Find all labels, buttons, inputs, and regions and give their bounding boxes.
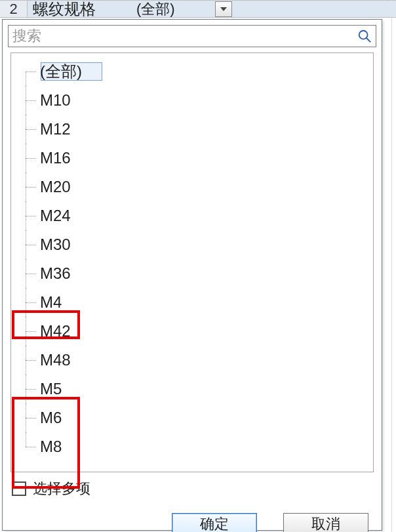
tree-item-m42[interactable]: M42	[18, 317, 370, 346]
tree-item-label: M36	[40, 264, 71, 283]
multi-select-row: 选择多项	[3, 472, 382, 501]
search-icon[interactable]	[357, 29, 372, 43]
tree-item-label: M5	[40, 380, 62, 398]
filter-field-cell[interactable]: 螺纹规格 (全部)	[28, 1, 396, 17]
tree-item-label: M20	[40, 178, 71, 196]
cancel-button[interactable]: 取消	[283, 513, 368, 532]
ok-button[interactable]: 确定	[172, 513, 257, 532]
tree-item-m48[interactable]: M48	[18, 346, 370, 375]
multi-select-checkbox[interactable]	[12, 481, 26, 496]
tree-item-m10[interactable]: M10	[18, 86, 370, 115]
tree-item-label: M10	[40, 91, 71, 110]
tree-item-m30[interactable]: M30	[18, 230, 370, 259]
multi-select-label: 选择多项	[33, 479, 90, 499]
tree-item-label: M42	[40, 322, 71, 340]
spreadsheet-gridline	[391, 0, 392, 532]
tree-item-m36[interactable]: M36	[18, 259, 370, 288]
dropdown-toggle-button[interactable]	[215, 1, 232, 17]
tree-item-label: M12	[40, 120, 71, 138]
tree-item-m4[interactable]: M4	[18, 288, 370, 317]
filter-header-row: 2 螺纹规格 (全部)	[0, 0, 396, 18]
search-input[interactable]	[12, 26, 357, 47]
filter-field-value: (全部)	[136, 0, 175, 19]
tree-item-m16[interactable]: M16	[18, 144, 370, 173]
filter-tree-area: (全部)M10M12M16M20M24M30M36M4M42M48M5M6M8	[10, 52, 374, 472]
tree-item-label: M48	[40, 351, 71, 369]
tree-item-m8[interactable]: M8	[18, 432, 370, 461]
tree-item-m6[interactable]: M6	[18, 403, 370, 432]
tree-item-label: M4	[40, 293, 62, 312]
dialog-button-row: 确定 取消	[3, 501, 382, 530]
search-box	[8, 25, 376, 47]
tree-item-label: M8	[40, 438, 62, 456]
tree-item-label: M6	[40, 409, 62, 427]
filter-tree: (全部)M10M12M16M20M24M30M36M4M42M48M5M6M8	[18, 57, 370, 461]
filter-dropdown-panel: (全部)M10M12M16M20M24M30M36M4M42M48M5M6M8 …	[2, 19, 382, 531]
tree-item-m12[interactable]: M12	[18, 115, 370, 144]
tree-item-m20[interactable]: M20	[18, 173, 370, 201]
tree-item-label: M16	[40, 149, 71, 167]
row-number-cell[interactable]: 2	[0, 1, 28, 17]
tree-item-m24[interactable]: M24	[18, 201, 370, 230]
tree-item-label: M24	[40, 207, 71, 225]
tree-item-label: (全部)	[40, 61, 82, 82]
chevron-down-icon	[220, 7, 227, 11]
tree-item-label: M30	[40, 235, 71, 254]
svg-line-1	[366, 38, 370, 42]
filter-field-name: 螺纹规格	[33, 0, 96, 20]
svg-point-0	[359, 31, 368, 39]
tree-item-m5[interactable]: M5	[18, 375, 370, 403]
tree-item-全部[interactable]: (全部)	[18, 57, 370, 86]
